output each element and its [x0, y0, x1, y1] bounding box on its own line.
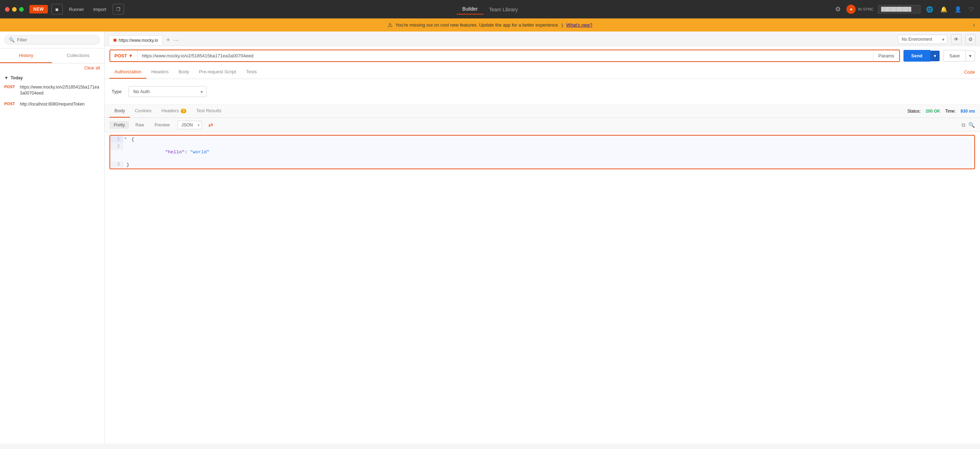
- resp-tab-body[interactable]: Body: [110, 105, 130, 117]
- method-chevron-icon: ▼: [128, 53, 133, 59]
- sync-area: ● IN SYNC: [846, 5, 874, 14]
- code-line-3: 3 }: [110, 161, 974, 168]
- new-button[interactable]: NEW: [29, 5, 48, 13]
- search-response-icon[interactable]: 🔍: [968, 122, 975, 128]
- settings-icon[interactable]: ⚙: [834, 4, 842, 14]
- send-button-group: Send ▼: [904, 50, 940, 62]
- resp-tab-headers[interactable]: Headers 9: [157, 105, 191, 117]
- code-content-3: }: [123, 161, 133, 168]
- send-button[interactable]: Send: [904, 50, 931, 62]
- env-dropdown-wrap: No Environment: [898, 35, 947, 44]
- globe-icon[interactable]: 🌐: [925, 5, 935, 14]
- fmt-type-select-wrap: JSON: [178, 121, 202, 129]
- minimize-button[interactable]: [12, 7, 17, 12]
- tab-headers[interactable]: Headers: [146, 65, 173, 79]
- layout-icon[interactable]: ■: [51, 4, 63, 14]
- tab-status-dot: [113, 39, 116, 42]
- time-value: 830 ms: [961, 109, 975, 114]
- list-item[interactable]: POST http://localhost:8080/requestToken: [0, 99, 104, 110]
- fmt-raw-button[interactable]: Raw: [131, 121, 148, 129]
- search-icon: 🔍: [9, 37, 14, 43]
- search-wrap: 🔍: [4, 35, 100, 44]
- resp-tab-cookies[interactable]: Cookies: [130, 105, 157, 117]
- tab-tests[interactable]: Tests: [241, 65, 261, 79]
- bell-icon[interactable]: 🔔: [939, 5, 949, 14]
- tab-body[interactable]: Body: [173, 65, 194, 79]
- copy-icon[interactable]: ⧉: [962, 122, 966, 128]
- list-item[interactable]: POST https://www.mocky.io/v2/5185415ba17…: [0, 82, 104, 99]
- send-dropdown-button[interactable]: ▼: [931, 51, 940, 61]
- method-badge: POST: [4, 102, 17, 106]
- banner-close-button[interactable]: ›: [973, 21, 975, 29]
- save-dropdown-button[interactable]: ▼: [966, 51, 975, 61]
- fmt-type-select[interactable]: JSON: [178, 121, 202, 129]
- line-number-1: 1: [110, 136, 123, 143]
- tab-pre-request-script[interactable]: Pre-request Script: [194, 65, 241, 79]
- headers-badge: 9: [181, 109, 186, 113]
- auth-type-select[interactable]: No Auth: [129, 86, 207, 97]
- user-icon[interactable]: 👤: [953, 5, 963, 14]
- new-window-icon[interactable]: ❐: [113, 4, 124, 14]
- tab-builder[interactable]: Builder: [457, 4, 484, 14]
- params-button[interactable]: Params: [873, 50, 899, 61]
- tab-collections[interactable]: Collections: [52, 49, 104, 63]
- response-tabs-row: Body Cookies Headers 9 Test Results Stat…: [105, 105, 980, 118]
- eye-button[interactable]: 👁: [951, 34, 962, 44]
- code-line-2: 2 "hello": "world": [110, 143, 974, 161]
- word-wrap-button[interactable]: ⇄: [204, 120, 217, 130]
- nav-tabs: Builder Team Library: [457, 4, 523, 14]
- status-value: 200 OK: [926, 109, 940, 114]
- env-dropdown[interactable]: No Environment: [898, 35, 947, 44]
- heart-icon[interactable]: ♡: [967, 5, 975, 14]
- code-line-1: 1 ▼ {: [110, 136, 974, 143]
- env-selector[interactable]: ██████████: [878, 5, 921, 13]
- fmt-pretty-button[interactable]: Pretty: [110, 121, 129, 129]
- sidebar-content: Clear all ▼ Today POST https://www.mocky…: [0, 63, 104, 444]
- request-tab[interactable]: https://www.mocky.io: [109, 35, 162, 45]
- response-format-bar: Pretty Raw Preview JSON ⇄ ⧉ 🔍: [105, 118, 980, 132]
- resp-tab-test-results[interactable]: Test Results: [191, 105, 226, 117]
- traffic-lights: [5, 7, 24, 12]
- fmt-preview-button[interactable]: Preview: [150, 121, 174, 129]
- banner-message: You're missing out on cool new features.…: [395, 22, 563, 28]
- tab-history[interactable]: History: [0, 49, 52, 63]
- history-group-label-text: Today: [11, 75, 23, 80]
- request-tabs-row: https://www.mocky.io + ⋯ No Environment …: [105, 32, 980, 46]
- code-link[interactable]: Code: [964, 70, 975, 75]
- gear-button[interactable]: ⚙: [965, 34, 976, 44]
- maximize-button[interactable]: [19, 7, 24, 12]
- banner-icon: ⚠: [388, 22, 393, 29]
- method-selector[interactable]: POST ▼: [110, 50, 137, 61]
- save-button[interactable]: Save: [943, 50, 966, 62]
- url-bar-row: POST ▼ Params Send ▼ Save ▼: [105, 46, 980, 65]
- more-tabs-button[interactable]: ⋯: [173, 37, 179, 43]
- time-label: Time:: [945, 109, 956, 114]
- sidebar: 🔍 History Collections Clear all ▼ Today …: [0, 32, 105, 444]
- history-url: https://www.mocky.io/v2/5185415ba171ea3a…: [20, 84, 100, 96]
- import-button[interactable]: Import: [90, 5, 109, 13]
- response-status-area: Status: 200 OK Time: 830 ms: [907, 109, 975, 114]
- runner-button[interactable]: Runner: [66, 5, 87, 13]
- sidebar-tabs: History Collections: [0, 49, 104, 63]
- collapse-icon[interactable]: ▼: [123, 136, 128, 142]
- tab-url-label: https://www.mocky.io: [119, 38, 158, 43]
- close-button[interactable]: [5, 7, 10, 12]
- env-selector-wrap: ██████████: [878, 5, 921, 13]
- env-area: No Environment 👁 ⚙: [898, 34, 976, 46]
- history-url: http://localhost:8080/requestToken: [20, 101, 85, 107]
- add-tab-button[interactable]: +: [165, 36, 172, 44]
- auth-type-label: Type: [111, 89, 121, 94]
- tab-authorization[interactable]: Authorization: [110, 65, 146, 79]
- main-layout: 🔍 History Collections Clear all ▼ Today …: [0, 32, 980, 444]
- tab-team-library[interactable]: Team Library: [483, 5, 523, 14]
- line-number-2: 2: [110, 143, 123, 150]
- clear-all-button[interactable]: Clear all: [0, 63, 104, 73]
- response-body-icons: ⧉ 🔍: [962, 122, 975, 128]
- url-input[interactable]: [137, 50, 873, 61]
- code-content-2: "hello": "world": [123, 143, 213, 161]
- update-banner: ⚠ You're missing out on cool new feature…: [0, 18, 980, 32]
- search-input[interactable]: [17, 37, 95, 43]
- whats-new-link[interactable]: What's new?: [566, 22, 592, 28]
- url-bar: POST ▼ Params: [110, 49, 900, 62]
- titlebar: NEW ■ Runner Import ❐ Builder Team Libra…: [0, 0, 980, 18]
